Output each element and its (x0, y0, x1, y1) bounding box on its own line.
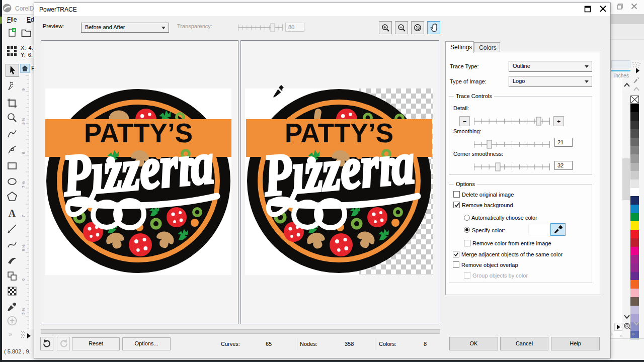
svg-text:8 ½: 8 ½ (21, 118, 26, 125)
svg-text:9: 9 (21, 88, 26, 90)
svg-text:8: 8 (21, 151, 26, 154)
svg-text:7 ½: 7 ½ (21, 181, 26, 188)
svg-text:6: 6 (21, 278, 26, 281)
svg-text:5 ½: 5 ½ (21, 308, 26, 315)
svg-text:6 ½: 6 ½ (21, 244, 26, 251)
svg-text:7: 7 (21, 215, 26, 217)
svg-text:A: A (9, 208, 16, 219)
